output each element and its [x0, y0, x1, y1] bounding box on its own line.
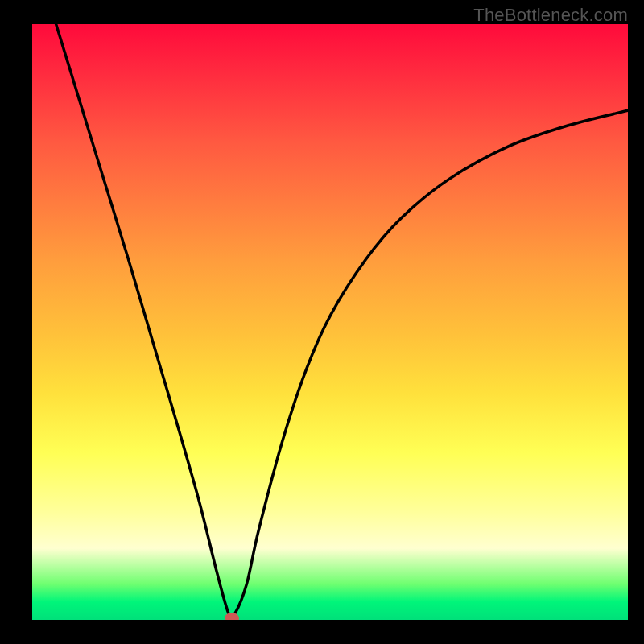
chart-container: TheBottleneck.com	[0, 0, 644, 644]
plot-area	[32, 24, 628, 620]
curve-svg	[32, 24, 628, 620]
min-point-marker	[225, 613, 239, 620]
bottleneck-curve	[56, 24, 628, 618]
watermark-text: TheBottleneck.com	[473, 5, 628, 26]
